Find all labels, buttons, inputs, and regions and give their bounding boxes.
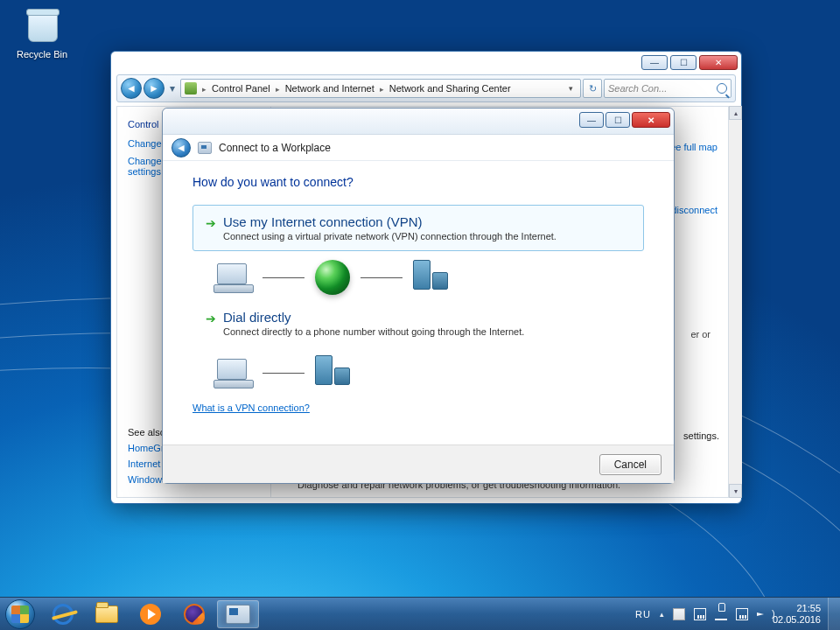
wizard-maximize-button[interactable]: ☐ xyxy=(606,112,630,128)
option-vpn[interactable]: ➔ Use my Internet connection (VPN) Conne… xyxy=(192,205,644,251)
address-bar[interactable]: Control Panel Network and Internet Netwo… xyxy=(180,79,581,98)
wizard-title: Connect to a Workplace xyxy=(219,142,331,154)
nav-forward-button[interactable]: ► xyxy=(144,78,164,99)
cp-maximize-button[interactable]: ☐ xyxy=(670,55,696,70)
breadcrumb-segment[interactable]: Network and Sharing Center xyxy=(389,83,511,94)
refresh-button[interactable]: ↻ xyxy=(583,79,602,98)
cp-close-button[interactable]: ✕ xyxy=(699,55,738,70)
windows-logo-icon xyxy=(5,599,35,629)
computer-icon xyxy=(214,357,252,388)
play-icon xyxy=(140,604,161,625)
ie-icon xyxy=(52,604,74,625)
clock-date: 02.05.2016 xyxy=(773,614,821,626)
taskbar: RU ▴ 21:55 02.05.2016 xyxy=(0,597,840,630)
system-tray: RU ▴ 21:55 02.05.2016 xyxy=(635,603,828,626)
arrow-right-icon: ➔ xyxy=(206,312,216,326)
taskbar-firefox[interactable] xyxy=(173,600,215,628)
connect-workplace-dialog: — ☐ ✕ ◄ Connect to a Workplace How do yo… xyxy=(162,108,675,484)
search-placeholder: Search Con... xyxy=(608,83,667,94)
wizard-back-button[interactable]: ◄ xyxy=(172,138,191,158)
breadcrumb-segment[interactable]: Control Panel xyxy=(212,83,270,94)
wizard-icon xyxy=(198,142,212,154)
tray-expand-icon[interactable]: ▴ xyxy=(660,610,664,619)
cp-navbar: ◄ ► ▾ Control Panel Network and Internet… xyxy=(116,74,736,102)
taskbar-explorer[interactable] xyxy=(86,600,128,628)
scroll-down-icon[interactable]: ▾ xyxy=(729,484,742,498)
taskbar-network-center[interactable] xyxy=(217,600,259,628)
recycle-bin[interactable]: Recycle Bin xyxy=(10,7,74,60)
recycle-bin-icon xyxy=(21,7,63,46)
vpn-diagram xyxy=(214,260,644,295)
globe-icon xyxy=(315,260,350,295)
nav-back-button[interactable]: ◄ xyxy=(121,78,142,99)
network-tray-icon-2[interactable] xyxy=(736,608,748,620)
servers-icon xyxy=(315,355,357,390)
language-indicator[interactable]: RU xyxy=(635,609,651,620)
scroll-up-icon[interactable]: ▴ xyxy=(729,106,742,120)
arrow-right-icon: ➔ xyxy=(206,216,216,230)
clock-time: 21:55 xyxy=(773,603,821,614)
recycle-bin-label: Recycle Bin xyxy=(10,49,74,60)
wizard-question: How do you want to connect? xyxy=(192,175,644,189)
taskbar-ie[interactable] xyxy=(42,600,84,628)
wizard-titlebar: — ☐ ✕ xyxy=(163,108,674,135)
taskbar-items xyxy=(42,598,259,630)
start-button[interactable] xyxy=(0,598,40,631)
show-desktop-button[interactable] xyxy=(828,598,840,631)
address-icon xyxy=(185,82,197,94)
wizard-minimize-button[interactable]: — xyxy=(579,112,604,128)
option-dial[interactable]: ➔ Dial directly Connect directly to a ph… xyxy=(192,300,644,346)
network-window-icon xyxy=(226,605,250,624)
wizard-footer: Cancel xyxy=(163,444,674,483)
search-icon xyxy=(717,83,727,94)
clock[interactable]: 21:55 02.05.2016 xyxy=(773,603,821,626)
cancel-button[interactable]: Cancel xyxy=(599,454,662,475)
nav-history-dropdown[interactable]: ▾ xyxy=(166,78,178,99)
folder-icon xyxy=(95,606,118,623)
option-vpn-desc: Connect using a virtual private network … xyxy=(223,231,556,242)
breadcrumb-segment[interactable]: Network and Internet xyxy=(285,83,374,94)
dial-diagram xyxy=(214,355,644,390)
cp-minimize-button[interactable]: — xyxy=(641,55,668,70)
address-dropdown[interactable]: ▾ xyxy=(565,84,577,93)
option-vpn-title: Use my Internet connection (VPN) xyxy=(223,214,556,229)
link-what-is-vpn[interactable]: What is a VPN connection? xyxy=(192,402,310,413)
volume-tray-icon[interactable] xyxy=(757,612,764,616)
power-tray-icon[interactable] xyxy=(715,608,727,620)
text-fragment: er or xyxy=(690,329,710,340)
scrollbar[interactable]: ▴ ▾ xyxy=(728,106,742,498)
wizard-header: ◄ Connect to a Workplace xyxy=(163,135,674,161)
search-input[interactable]: Search Con... xyxy=(604,79,732,98)
cp-window-controls: — ☐ ✕ xyxy=(641,55,738,70)
firefox-icon xyxy=(184,604,205,625)
network-tray-icon[interactable] xyxy=(694,608,706,620)
wizard-content: How do you want to connect? ➔ Use my Int… xyxy=(163,161,674,425)
option-dial-desc: Connect directly to a phone number witho… xyxy=(223,326,524,337)
servers-icon xyxy=(413,260,455,295)
wizard-close-button[interactable]: ✕ xyxy=(632,112,670,128)
computer-icon xyxy=(214,262,252,293)
text-fragment: settings. xyxy=(683,430,719,441)
action-center-icon[interactable] xyxy=(673,608,685,620)
taskbar-media-player[interactable] xyxy=(130,600,172,628)
option-dial-title: Dial directly xyxy=(223,310,524,325)
desktop: Recycle Bin — ☐ ✕ ◄ ► ▾ Control Panel Ne… xyxy=(0,0,840,630)
